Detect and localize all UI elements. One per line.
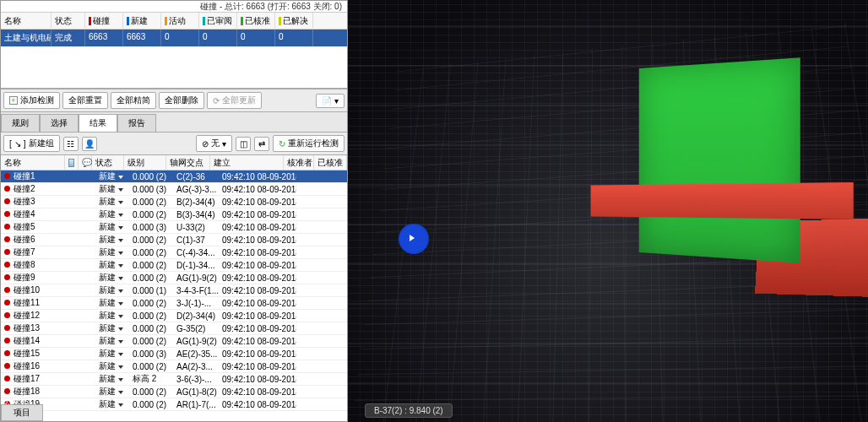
dropdown-icon[interactable] bbox=[118, 239, 123, 242]
dropdown-icon[interactable] bbox=[118, 188, 123, 192]
result-row[interactable]: 碰撞3新建0.000 (2)B(2)-34(4)09:42:10 08-09-2… bbox=[1, 196, 347, 208]
refine-all-button[interactable]: 全部精简 bbox=[111, 92, 156, 109]
dropdown-icon[interactable] bbox=[118, 365, 123, 369]
clash-object-green[interactable] bbox=[639, 57, 800, 263]
th-resolved[interactable]: 已解决 bbox=[275, 13, 313, 29]
dropdown-icon[interactable] bbox=[118, 252, 123, 255]
rh-status[interactable]: 状态 bbox=[92, 155, 124, 170]
dropdown-icon[interactable] bbox=[118, 315, 123, 318]
status-dot-icon bbox=[4, 338, 10, 344]
summary-text: 碰撞 - 总计: 6663 (打开: 6663 关闭: 0) bbox=[1, 1, 347, 13]
status-dot-icon bbox=[4, 224, 10, 230]
dropdown-icon[interactable] bbox=[118, 340, 123, 344]
tabs: 规则 选择 结果 报告 bbox=[1, 112, 347, 133]
dropdown-icon[interactable] bbox=[118, 226, 123, 230]
update-all-button[interactable]: ⟳ 全部更新 bbox=[207, 92, 262, 109]
th-name[interactable]: 名称 bbox=[1, 13, 52, 29]
dimension-button[interactable]: ⇄ bbox=[254, 137, 269, 151]
result-row[interactable]: 碰撞15新建0.000 (3)AE(2)-35...09:42:10 08-09… bbox=[1, 348, 347, 360]
rh-level[interactable]: 级别 bbox=[124, 155, 166, 170]
dropdown-icon[interactable] bbox=[118, 277, 123, 280]
status-dot-icon bbox=[4, 262, 10, 268]
rh-comment[interactable]: 💬 bbox=[79, 155, 92, 170]
viewport-status: B-37(2) : 9.840 (2) bbox=[365, 403, 453, 418]
rh-grid[interactable]: 轴网交点 bbox=[166, 155, 210, 170]
th-reviewed[interactable]: 已审阅 bbox=[199, 13, 237, 29]
th-status[interactable]: 状态 bbox=[52, 13, 85, 29]
rh-approved[interactable]: 已核准 bbox=[314, 155, 347, 170]
dropdown-icon[interactable] bbox=[118, 327, 123, 331]
status-dot-icon bbox=[4, 312, 10, 318]
timecode: 0:00:45 bbox=[3, 398, 29, 406]
td-resolved: 0 bbox=[275, 30, 313, 46]
result-row[interactable]: 碰撞4新建0.000 (2)B(3)-34(4)09:42:10 08-09-2… bbox=[1, 208, 347, 221]
result-row[interactable]: 碰撞14新建0.000 (2)AG(1)-9(2)09:42:10 08-09-… bbox=[1, 335, 347, 348]
td-new: 6663 bbox=[123, 30, 161, 46]
add-test-button[interactable]: 添加检测 bbox=[3, 92, 60, 109]
dropdown-icon[interactable] bbox=[118, 353, 123, 356]
result-row[interactable]: 碰撞8新建0.000 (2)D(-1)-34...09:42:10 08-09-… bbox=[1, 259, 347, 272]
dropdown-icon[interactable] bbox=[118, 302, 123, 306]
td-reviewed: 0 bbox=[199, 30, 237, 46]
result-row[interactable]: 碰撞6新建0.000 (2)C(1)-3709:42:10 08-09-2018 bbox=[1, 234, 347, 246]
status-dot-icon bbox=[4, 376, 10, 381]
dropdown-icon[interactable] bbox=[118, 201, 123, 204]
export-menu-button[interactable]: 📄 ▾ bbox=[316, 94, 344, 108]
result-row[interactable]: 碰撞19新建0.000 (2)AR(1)-7(...09:42:10 08-09… bbox=[1, 398, 347, 411]
th-approved[interactable]: 已核准 bbox=[237, 13, 275, 29]
filter-none-button[interactable]: ⊘ 无 ▾ bbox=[196, 135, 232, 152]
dropdown-icon[interactable] bbox=[118, 378, 123, 381]
rh-approver[interactable]: 核准者 bbox=[284, 155, 314, 170]
tab-results[interactable]: 结果 bbox=[79, 114, 117, 132]
rh-created[interactable]: 建立 bbox=[210, 155, 284, 170]
rh-image[interactable] bbox=[65, 155, 79, 170]
td-active: 0 bbox=[161, 30, 199, 46]
status-dot-icon bbox=[4, 274, 10, 280]
cursor-icon bbox=[410, 235, 415, 241]
assign-button[interactable]: 👤 bbox=[82, 137, 97, 151]
bottom-tab-project[interactable]: 项目 bbox=[1, 404, 43, 421]
group-icon-button[interactable]: ☷ bbox=[63, 137, 79, 151]
dropdown-icon[interactable] bbox=[118, 391, 123, 394]
result-row[interactable]: 碰撞17新建标高 23-6(-3)-...09:42:10 08-09-2018 bbox=[1, 373, 347, 386]
new-group-button[interactable]: [↘] 新建组 bbox=[3, 135, 60, 152]
result-row[interactable]: 碰撞5新建0.000 (3)U-33(2)09:42:10 08-09-2018 bbox=[1, 221, 347, 234]
status-dot-icon bbox=[4, 350, 10, 356]
result-row[interactable]: 碰撞2新建0.000 (3)AG(-3)-3...09:42:10 08-09-… bbox=[1, 183, 347, 196]
result-row[interactable]: 碰撞13新建0.000 (2)G-35(2)09:42:10 08-09-201… bbox=[1, 322, 347, 335]
dropdown-icon[interactable] bbox=[118, 403, 123, 407]
tab-report[interactable]: 报告 bbox=[117, 114, 156, 132]
td-status: 完成 bbox=[52, 30, 85, 46]
th-new[interactable]: 新建 bbox=[123, 13, 161, 29]
clash-object-red[interactable] bbox=[591, 182, 854, 219]
dropdown-icon[interactable] bbox=[118, 264, 123, 268]
results-header: 名称 💬 状态 级别 轴网交点 建立 核准者 已核准 bbox=[1, 155, 347, 170]
tab-rules[interactable]: 规则 bbox=[1, 114, 40, 132]
result-row[interactable]: 碰撞1新建0.000 (2)C(2)-3609:42:10 08-09-2018 bbox=[1, 170, 347, 183]
status-dot-icon bbox=[4, 198, 10, 204]
rerun-button[interactable]: ↻ 重新运行检测 bbox=[273, 135, 344, 152]
isolate-button[interactable]: ◫ bbox=[236, 137, 251, 151]
rh-name[interactable]: 名称 bbox=[1, 155, 65, 170]
result-row[interactable]: 碰撞7新建0.000 (2)C(-4)-34...09:42:10 08-09-… bbox=[1, 246, 347, 259]
result-row[interactable]: 碰撞12新建0.000 (2)D(2)-34(4)09:42:10 08-09-… bbox=[1, 310, 347, 322]
dropdown-icon[interactable] bbox=[118, 289, 123, 293]
results-list[interactable]: 碰撞1新建0.000 (2)C(2)-3609:42:10 08-09-2018… bbox=[1, 170, 347, 421]
result-row[interactable]: 碰撞16新建0.000 (2)AA(2)-3...09:42:10 08-09-… bbox=[1, 360, 347, 373]
dropdown-icon[interactable] bbox=[118, 214, 123, 217]
3d-viewport[interactable]: B-37(2) : 9.840 (2) bbox=[348, 0, 868, 422]
reset-all-button[interactable]: 全部重置 bbox=[62, 92, 108, 109]
tab-select[interactable]: 选择 bbox=[40, 114, 79, 132]
result-row[interactable]: 碰撞9新建0.000 (2)AG(1)-9(2)09:42:10 08-09-2… bbox=[1, 272, 347, 284]
result-row[interactable]: 碰撞10新建0.000 (1)3-4-3-F(1...09:42:10 08-0… bbox=[1, 284, 347, 297]
td-name: 土建与机电碰撞 bbox=[1, 30, 52, 46]
results-toolbar: [↘] 新建组 ☷ 👤 ⊘ 无 ▾ ◫ ⇄ ↻ 重新运行检测 bbox=[1, 133, 347, 155]
test-grid-row[interactable]: 土建与机电碰撞 完成 6663 6663 0 0 0 0 bbox=[1, 30, 347, 46]
result-row[interactable]: 碰撞18新建0.000 (2)AG(1)-8(2)09:42:10 08-09-… bbox=[1, 386, 347, 398]
th-active[interactable]: 活动 bbox=[161, 13, 199, 29]
dropdown-icon[interactable] bbox=[118, 176, 123, 179]
td-approved: 0 bbox=[237, 30, 275, 46]
delete-all-button[interactable]: 全部删除 bbox=[159, 92, 204, 109]
result-row[interactable]: 碰撞11新建0.000 (2)3-J(-1)-...09:42:10 08-09… bbox=[1, 297, 347, 310]
th-clash[interactable]: 碰撞 bbox=[85, 13, 123, 29]
